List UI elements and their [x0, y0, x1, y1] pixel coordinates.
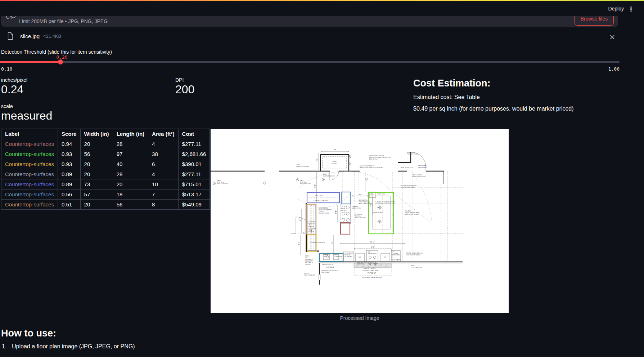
kebab-menu-icon[interactable] [628, 5, 634, 13]
row-cell: 20 [113, 179, 148, 189]
plan-label: UNDERCOUNTERWINEFRIDGE [309, 226, 316, 233]
row-cell: 10 [148, 179, 179, 189]
table-row: Countertop-surfaces0.5120568$549.09 [1, 200, 210, 210]
plan-label: DOWN [291, 232, 296, 234]
plan-label: NEW SCONCE [322, 264, 333, 265]
plan-label: NEW STEELNEW STEEL [418, 165, 427, 168]
plan-label: 11'-1" [300, 217, 301, 221]
plan-label: STONE WING WALLS—HIGH STONE WALL [406, 252, 423, 256]
plan-label: 2080CUSTOM DOOR [323, 173, 335, 177]
price-per-sq-inch-text: $0.49 per sq inch (for demo purposes, wo… [413, 106, 574, 112]
row-cell: 0.89 [58, 169, 80, 179]
plan-label: PREPSINK [324, 254, 328, 258]
row-cell: 0.89 [58, 179, 80, 189]
plan-label: 8'-4" [371, 246, 375, 248]
row-cell: 6 [148, 159, 179, 169]
row-label: Countertop-surfaces [1, 179, 58, 189]
plan-label: 30"TOWERFREEZER [392, 251, 400, 256]
row-cell: $2,681.66 [178, 149, 210, 159]
browse-files-button[interactable]: Browse files [575, 16, 614, 26]
column-header: Area (ft²) [148, 129, 179, 139]
file-name: slice.jpg [20, 33, 40, 39]
plan-label: 5'-0" [298, 242, 300, 245]
app-header: Deploy [0, 1, 644, 16]
row-cell: $715.01 [178, 179, 210, 189]
row-cell: 4 [148, 169, 179, 179]
row-label: Countertop-surfaces [1, 169, 58, 179]
cost-estimation-heading: Cost Estimation: [413, 78, 491, 89]
plan-label: ELEC.TOREMAIN—MAXIMIZEBUTLER'SCLOSET [305, 255, 313, 265]
plan-label: COFFEESTATION [309, 220, 315, 224]
plan-label: NEW AIR SWITCH FORDISPOSAL [321, 269, 338, 273]
row-cell: 20 [80, 139, 113, 149]
plan-label: STONE WING WALLS—HIGH STONE WALL [401, 184, 418, 188]
slider-min-label: 0.10 [1, 66, 12, 72]
row-cell: 8 [148, 200, 179, 210]
row-cell: $277.11 [178, 139, 210, 149]
plan-label: NEW ISLAND [373, 211, 383, 213]
file-dropzone[interactable]: Limit 200MB per file • JPG, PNG, JPEG Br… [1, 16, 618, 27]
row-cell: 28 [113, 139, 148, 149]
slider-current-value: 0.20 [54, 54, 70, 60]
slider-thumb[interactable] [58, 59, 63, 64]
row-cell: 20 [80, 169, 113, 179]
upload-cloud-icon [6, 16, 16, 21]
threshold-slider[interactable] [0, 61, 620, 63]
row-cell: 0.56 [58, 189, 80, 200]
plan-label: CABINET LIGHTING [310, 242, 325, 244]
plan-label: ISLANDWITH RAISED BARAND KNEE SPACE [405, 210, 419, 215]
column-header: Width (in) [80, 129, 113, 139]
plan-label: DW [384, 256, 387, 258]
howto-steps: 1.Upload a floor plan image (JPG, JPEG, … [2, 343, 135, 350]
plan-label: 4'-6" [359, 194, 362, 196]
row-cell: 56 [113, 200, 148, 210]
table-row: Countertop-surfaces0.89732010$715.01 [1, 179, 210, 189]
row-label: Countertop-surfaces [1, 159, 58, 169]
plan-label: NEW DINING ROOM—MATCH KITCHEN CEILING HT… [369, 155, 391, 160]
howto-heading: How to use: [1, 328, 56, 339]
column-header: Cost [178, 129, 210, 139]
row-cell: 0.94 [58, 139, 80, 149]
slider-label: Detection Threshold (slide this for item… [1, 49, 112, 55]
row-cell: 20 [80, 200, 113, 210]
file-icon [7, 32, 13, 40]
file-size: 421.4KB [43, 34, 61, 39]
row-cell: 0.93 [58, 149, 80, 159]
plan-label: 2 BEAM PENDANT LIGHTSCENTERED OVER ISLAN… [375, 201, 395, 205]
column-header: Length (in) [113, 129, 148, 139]
plan-label: CABINET LIGHTING [314, 200, 328, 201]
image-caption: Processed Image [211, 315, 509, 321]
plan-label: NEW2'-10"X FULL HT [411, 265, 423, 268]
deploy-button[interactable]: Deploy [608, 6, 624, 12]
plan-label: NEW STEEL COL. [401, 166, 414, 168]
plan-label: REMODELEDBUTLERS PANTRY9' CLG.WOOD FLOOR [319, 207, 332, 214]
metric-scale-label: scale [1, 103, 13, 109]
plan-label: 3'-2" [316, 158, 318, 161]
plan-label: DW [359, 256, 361, 258]
row-label: Countertop-surfaces [1, 189, 58, 200]
metric-inches-per-pixel-label: inches/pixel [1, 77, 27, 83]
row-cell: 38 [148, 149, 179, 159]
plan-label: 5 NEW SCONCESOVER KITCHEN SINK [362, 268, 378, 271]
processed-image: WINECLOSET3080CASED OPENING2080CUSTOM DO… [211, 129, 509, 313]
row-cell: 7 [148, 189, 179, 200]
plan-label: 36"FARM SINK [368, 251, 377, 255]
plan-label: 7'-4"X4'-10" [368, 272, 376, 274]
metric-scale-value: measured [1, 110, 52, 122]
table-header-row: LabelScoreWidth (in)Length (in)Area (ft²… [1, 129, 210, 139]
remove-file-button[interactable] [609, 34, 615, 40]
table-row: Countertop-surfaces0.5657187$513.17 [1, 189, 210, 200]
estimated-cost-text: Estimated cost: See Table [413, 94, 480, 101]
row-cell: 4 [148, 139, 179, 149]
plan-walls [211, 152, 463, 285]
plan-label: 2'-4" [333, 149, 337, 151]
slider-max-label: 1.00 [608, 66, 620, 72]
plan-label: BUILT-INS [315, 195, 323, 196]
plan-label: PREP SINK [377, 193, 385, 195]
plan-label: 30" TOWERFRIDGEW/ WATER [344, 252, 353, 257]
row-cell: $549.09 [178, 200, 210, 210]
uploaded-file-row: slice.jpg 421.4KB [7, 31, 61, 41]
plan-label: 1'-10"X3'-4" [326, 267, 334, 268]
plan-label: HALL8'-0" CLG.WOOD FLOOR [217, 179, 228, 184]
plan-label: NEW 8080FRENCH DOOR [407, 151, 418, 155]
